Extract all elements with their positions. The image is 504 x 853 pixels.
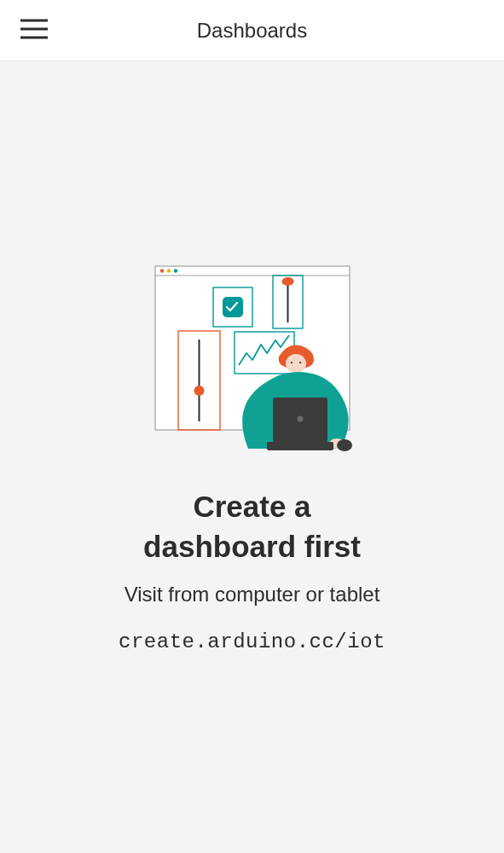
heading-line-2: dashboard first bbox=[143, 530, 361, 563]
svg-point-22 bbox=[297, 416, 303, 422]
empty-state-subtext: Visit from computer or tablet bbox=[125, 583, 380, 606]
dashboard-illustration bbox=[151, 264, 354, 452]
svg-point-19 bbox=[298, 362, 300, 363]
menu-button[interactable] bbox=[19, 14, 49, 44]
svg-rect-23 bbox=[267, 442, 333, 450]
app-header: Dashboards bbox=[0, 0, 504, 61]
svg-point-15 bbox=[281, 277, 293, 286]
svg-point-18 bbox=[290, 362, 292, 363]
hamburger-menu-icon bbox=[20, 19, 48, 39]
svg-point-5 bbox=[159, 269, 163, 272]
heading-line-1: Create a bbox=[193, 490, 310, 523]
svg-point-24 bbox=[337, 439, 352, 451]
svg-point-17 bbox=[286, 354, 306, 373]
empty-state-heading: Create a dashboard first bbox=[143, 486, 361, 567]
svg-point-10 bbox=[194, 386, 204, 396]
svg-point-7 bbox=[173, 269, 177, 272]
svg-point-6 bbox=[166, 269, 170, 272]
page-title: Dashboards bbox=[0, 19, 504, 43]
empty-state: Create a dashboard first Visit from comp… bbox=[0, 61, 504, 853]
cta-url: create.arduino.cc/iot bbox=[119, 630, 385, 653]
